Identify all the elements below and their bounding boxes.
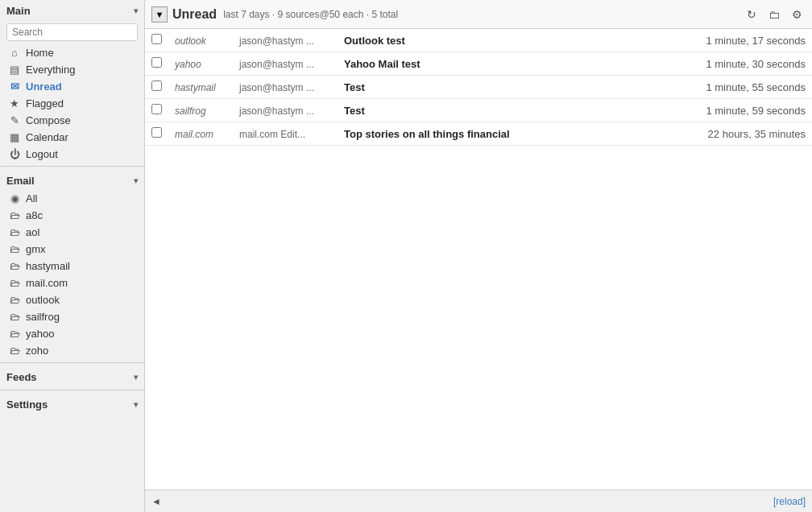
settings-section-header[interactable]: Settings ▾	[0, 394, 144, 414]
toggle-button[interactable]: ▼	[151, 6, 168, 23]
folder-a8c-icon: 🗁	[8, 209, 21, 221]
sidebar-item-compose-label: Compose	[26, 114, 71, 126]
sidebar-item-email-aol[interactable]: 🗁 aol	[0, 224, 144, 241]
sidebar-item-unread[interactable]: ✉ Unread	[0, 78, 144, 95]
row-checkbox-cell	[145, 122, 168, 146]
sidebar-item-email-zoho[interactable]: 🗁 zoho	[0, 342, 144, 359]
feeds-section-header[interactable]: Feeds ▾	[0, 366, 144, 386]
row-source: sailfrog	[168, 99, 233, 122]
table-row[interactable]: hastymail jason@hastym ... Test 1 minute…	[145, 76, 812, 99]
row-checkbox-cell	[145, 29, 168, 52]
folder-outlook-icon: 🗁	[8, 294, 21, 306]
sidebar-item-email-all[interactable]: ◉ All	[0, 190, 144, 207]
folder-aol-icon: 🗁	[8, 226, 21, 238]
reload-link[interactable]: [reload]	[773, 496, 806, 507]
email-section-header[interactable]: Email ▾	[0, 170, 144, 190]
refresh-button[interactable]: ↻	[743, 6, 760, 23]
sidebar-item-email-all-label: All	[26, 192, 37, 204]
row-subject[interactable]: Test	[338, 76, 683, 99]
row-from: jason@hastym ...	[233, 29, 338, 52]
row-source: outlook	[168, 29, 233, 52]
row-subject[interactable]: Yahoo Mail test	[338, 52, 683, 76]
sidebar-item-gmx-label: gmx	[26, 243, 46, 255]
sidebar-item-a8c-label: a8c	[26, 209, 43, 221]
sidebar-item-aol-label: aol	[26, 226, 39, 238]
sidebar: Main ▾ ⌂ Home ▤ Everything ✉ Unread ★ Fl…	[0, 0, 145, 512]
sidebar-item-email-yahoo[interactable]: 🗁 yahoo	[0, 325, 144, 342]
content-header: ▼ Unread last 7 days · 9 sources@50 each…	[145, 0, 812, 29]
settings-section-label: Settings	[6, 398, 48, 411]
settings-section-arrow: ▾	[134, 400, 138, 409]
row-time: 22 hours, 35 minutes	[683, 122, 812, 146]
sidebar-item-email-gmx[interactable]: 🗁 gmx	[0, 241, 144, 258]
logout-icon: ⏻	[8, 148, 21, 160]
sidebar-item-email-sailfrog[interactable]: 🗁 sailfrog	[0, 308, 144, 325]
table-row[interactable]: outlook jason@hastym ... Outlook test 1 …	[145, 29, 812, 52]
row-from: jason@hastym ...	[233, 52, 338, 76]
sidebar-item-logout[interactable]: ⏻ Logout	[0, 146, 144, 163]
sidebar-item-sailfrog-label: sailfrog	[26, 311, 60, 323]
folder-gmx-icon: 🗁	[8, 243, 21, 255]
main-content: ▼ Unread last 7 days · 9 sources@50 each…	[145, 0, 812, 512]
folder-yahoo-icon: 🗁	[8, 328, 21, 340]
divider-email	[0, 166, 144, 167]
header-meta: last 7 days · 9 sources@50 each · 5 tota…	[223, 9, 743, 20]
row-checkbox-3[interactable]	[151, 104, 162, 114]
sidebar-item-compose[interactable]: ✎ Compose	[0, 112, 144, 129]
sidebar-item-home[interactable]: ⌂ Home	[0, 44, 144, 61]
footer-arrow[interactable]: ◄	[151, 496, 161, 507]
all-icon: ◉	[8, 192, 21, 204]
row-subject[interactable]: Outlook test	[338, 29, 683, 52]
sidebar-item-yahoo-label: yahoo	[26, 328, 54, 340]
toggle-icon: ▼	[155, 10, 164, 19]
star-icon: ★	[8, 97, 21, 109]
message-list: outlook jason@hastym ... Outlook test 1 …	[145, 29, 812, 489]
calendar-icon: ▦	[8, 131, 21, 143]
row-subject[interactable]: Test	[338, 99, 683, 122]
table-row[interactable]: sailfrog jason@hastym ... Test 1 minute,…	[145, 99, 812, 122]
settings-button[interactable]: ⚙	[788, 6, 806, 23]
folder-zoho-icon: 🗁	[8, 345, 21, 357]
sidebar-item-calendar-label: Calendar	[26, 131, 68, 143]
row-source: hastymail	[168, 76, 233, 99]
sidebar-item-unread-label: Unread	[26, 81, 62, 93]
sidebar-item-email-mailcom[interactable]: 🗁 mail.com	[0, 275, 144, 291]
main-section-header[interactable]: Main ▾	[0, 0, 144, 20]
row-from: jason@hastym ...	[233, 76, 338, 99]
search-input[interactable]	[6, 23, 138, 41]
folder-sailfrog-icon: 🗁	[8, 311, 21, 323]
sidebar-item-mailcom-label: mail.com	[26, 277, 68, 289]
row-checkbox-0[interactable]	[151, 34, 162, 44]
sidebar-item-zoho-label: zoho	[26, 345, 48, 357]
main-section-arrow: ▾	[134, 6, 138, 15]
header-title: Unread	[172, 7, 217, 22]
sidebar-item-email-outlook[interactable]: 🗁 outlook	[0, 291, 144, 308]
sidebar-item-email-a8c[interactable]: 🗁 a8c	[0, 207, 144, 224]
sidebar-item-flagged[interactable]: ★ Flagged	[0, 95, 144, 112]
unread-icon: ✉	[8, 81, 21, 93]
refresh-icon: ↻	[747, 8, 756, 21]
row-checkbox-2[interactable]	[151, 81, 162, 91]
row-checkbox-4[interactable]	[151, 127, 162, 138]
row-checkbox-1[interactable]	[151, 57, 162, 68]
folder-hastymail-icon: 🗁	[8, 260, 21, 272]
table-row[interactable]: yahoo jason@hastym ... Yahoo Mail test 1…	[145, 52, 812, 76]
row-checkbox-cell	[145, 76, 168, 99]
email-section-arrow: ▾	[134, 176, 138, 185]
sidebar-item-logout-label: Logout	[26, 148, 58, 160]
table-row[interactable]: mail.com mail.com Edit... Top stories on…	[145, 122, 812, 146]
row-checkbox-cell	[145, 52, 168, 76]
row-time: 1 minute, 59 seconds	[683, 99, 812, 122]
sidebar-item-calendar[interactable]: ▦ Calendar	[0, 129, 144, 146]
row-from: jason@hastym ...	[233, 99, 338, 122]
row-subject[interactable]: Top stories on all things financial	[338, 122, 683, 146]
sidebar-item-everything[interactable]: ▤ Everything	[0, 61, 144, 78]
row-time: 1 minute, 30 seconds	[683, 52, 812, 76]
main-section-label: Main	[6, 5, 31, 17]
row-from: mail.com Edit...	[233, 122, 338, 146]
folder-button[interactable]: 🗀	[765, 6, 783, 23]
sidebar-item-email-hastymail[interactable]: 🗁 hastymail	[0, 258, 144, 275]
feeds-section-arrow: ▾	[134, 373, 138, 382]
folder-mailcom-icon: 🗁	[8, 277, 21, 289]
home-icon: ⌂	[8, 47, 21, 59]
